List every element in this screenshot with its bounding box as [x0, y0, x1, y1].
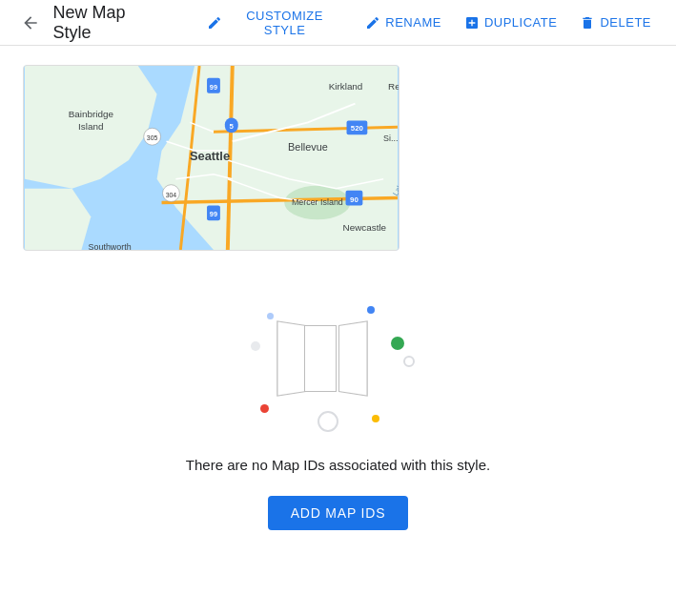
- red-dot: [260, 404, 269, 413]
- customize-style-label: CUSTOMIZE STYLE: [227, 9, 342, 37]
- empty-state-message: There are no Map IDs associated with thi…: [186, 457, 490, 473]
- svg-text:Newcastle: Newcastle: [343, 222, 387, 233]
- green-dot: [391, 337, 404, 350]
- svg-text:Redmond: Redmond: [388, 81, 399, 92]
- rename-button[interactable]: RENAME: [356, 10, 451, 36]
- blue-dot: [367, 306, 375, 314]
- main-content: 304 305 99 99 5 90 520 Bainbridge Island…: [0, 46, 676, 568]
- add-map-ids-button[interactable]: ADD MAP IDS: [268, 496, 409, 530]
- svg-text:Seattle: Seattle: [190, 149, 230, 163]
- duplicate-button[interactable]: DUPLICATE: [455, 10, 567, 36]
- duplicate-icon: [464, 15, 480, 31]
- customize-style-button[interactable]: CUSTOMIZE STYLE: [197, 3, 352, 43]
- pencil-icon: [207, 15, 222, 31]
- delete-button[interactable]: DELETE: [570, 10, 661, 36]
- svg-text:99: 99: [210, 210, 217, 218]
- light-gray-dot: [251, 341, 260, 351]
- outline-dot-right: [403, 356, 415, 367]
- empty-state: There are no Map IDs associated with thi…: [23, 270, 653, 549]
- map-preview: 304 305 99 99 5 90 520 Bainbridge Island…: [23, 65, 399, 251]
- map-illustration: [234, 289, 443, 441]
- rename-label: RENAME: [385, 15, 441, 30]
- delete-label: DELETE: [600, 15, 651, 30]
- svg-text:Kirkland: Kirkland: [329, 81, 363, 92]
- svg-text:Bellevue: Bellevue: [288, 141, 328, 153]
- folded-map-icon: [279, 325, 365, 392]
- page-header: New Map Style CUSTOMIZE STYLE RENAME: [0, 0, 676, 46]
- svg-text:Si...: Si...: [383, 133, 398, 143]
- svg-text:Southworth: Southworth: [89, 242, 132, 250]
- svg-text:90: 90: [350, 195, 358, 204]
- svg-text:304: 304: [166, 192, 177, 198]
- rename-icon: [365, 15, 380, 31]
- back-button[interactable]: [15, 8, 46, 38]
- svg-text:Mercer Island: Mercer Island: [292, 197, 343, 207]
- yellow-dot: [372, 415, 379, 422]
- svg-text:99: 99: [210, 83, 217, 92]
- header-actions: CUSTOMIZE STYLE RENAME DUPLICATE: [197, 3, 661, 43]
- svg-text:305: 305: [147, 134, 158, 141]
- svg-text:Island: Island: [78, 121, 103, 132]
- svg-text:5: 5: [230, 122, 235, 131]
- page-title: New Map Style: [53, 3, 167, 43]
- light-blue-dot: [267, 313, 274, 319]
- trash-icon: [580, 15, 595, 31]
- duplicate-label: DUPLICATE: [484, 15, 558, 30]
- outline-dot-bottom: [318, 411, 338, 432]
- svg-text:Bainbridge: Bainbridge: [69, 109, 114, 119]
- svg-text:520: 520: [351, 124, 364, 133]
